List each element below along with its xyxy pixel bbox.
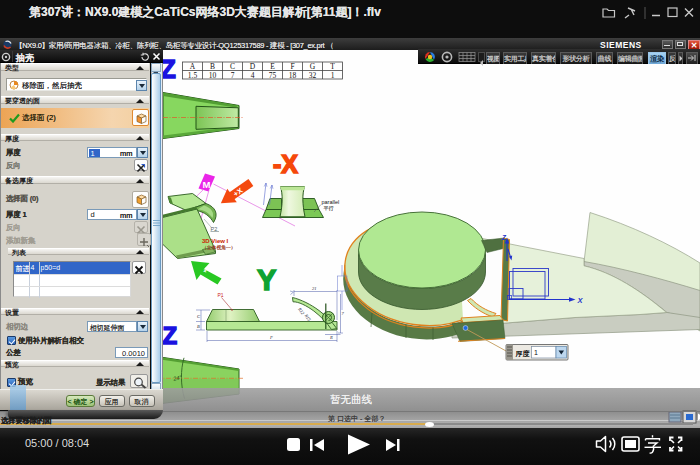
- svg-text:（立体视角一）: （立体视角一）: [202, 244, 236, 251]
- svg-text:7: 7: [342, 311, 345, 316]
- svg-text:10: 10: [209, 71, 217, 80]
- svg-text:1.5: 1.5: [188, 71, 198, 80]
- svg-text:21: 21: [312, 286, 317, 291]
- svg-text:C: C: [197, 314, 201, 319]
- svg-text:P2: P2: [211, 226, 218, 232]
- svg-text:18: 18: [289, 71, 297, 80]
- svg-text:M: M: [203, 179, 211, 190]
- svg-text:-X: -X: [273, 150, 298, 178]
- svg-text:平行: 平行: [324, 205, 334, 212]
- svg-text:Y: Y: [257, 264, 276, 296]
- svg-text:75: 75: [269, 71, 277, 80]
- svg-text:4: 4: [251, 71, 255, 80]
- svg-text:F: F: [269, 335, 273, 340]
- svg-text:1: 1: [331, 71, 335, 80]
- svg-text:3D View I: 3D View I: [202, 238, 229, 244]
- svg-text:7: 7: [231, 71, 235, 80]
- svg-text:1: 1: [534, 349, 538, 356]
- svg-text:厚度: 厚度: [516, 350, 530, 358]
- svg-text:X: X: [577, 296, 584, 305]
- svg-text:Z: Z: [163, 322, 178, 349]
- svg-text:P1: P1: [218, 292, 224, 298]
- svg-text:R: R: [329, 335, 333, 340]
- svg-text:parallel: parallel: [322, 199, 340, 205]
- svg-text:32: 32: [309, 71, 317, 80]
- svg-text:B: B: [197, 324, 200, 329]
